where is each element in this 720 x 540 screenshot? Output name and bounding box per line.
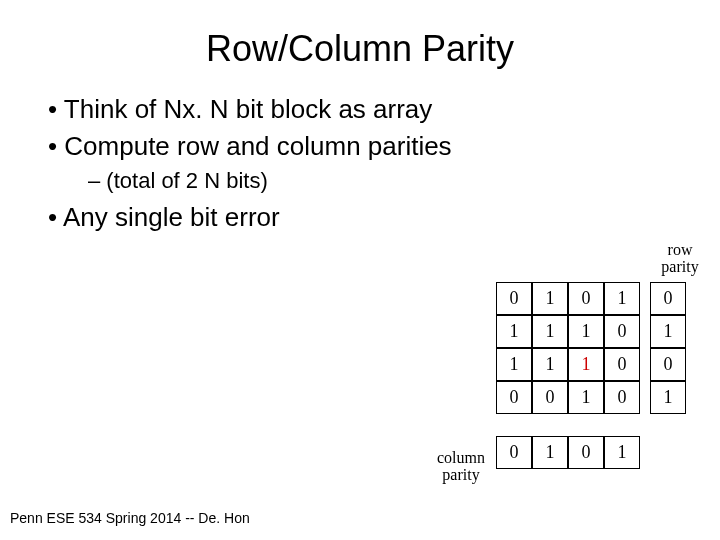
bullet-3: Any single bit error xyxy=(48,202,720,233)
table-row: 0 1 0 1 xyxy=(496,282,640,315)
bullet-list: Think of Nx. N bit block as array Comput… xyxy=(48,94,720,233)
cell: 1 xyxy=(532,436,568,469)
row-parity-label: row parity xyxy=(654,242,706,276)
cell: 1 xyxy=(568,315,604,348)
cell: 0 xyxy=(650,348,686,381)
cell: 0 xyxy=(604,315,640,348)
col-parity-label-1: column xyxy=(437,449,485,466)
cell: 0 xyxy=(532,381,568,414)
row-parity-label-1: row xyxy=(668,241,693,258)
cell: 0 xyxy=(568,436,604,469)
cell: 0 xyxy=(496,282,532,315)
cell: 1 xyxy=(532,282,568,315)
table-row: 0 0 1 0 xyxy=(496,381,640,414)
cell: 0 xyxy=(568,282,604,315)
cell: 0 xyxy=(496,381,532,414)
table-row: 1 1 1 0 xyxy=(496,348,640,381)
cell: 0 xyxy=(496,436,532,469)
row-parity-label-2: parity xyxy=(661,258,698,275)
cell: 1 xyxy=(568,381,604,414)
cell: 1 xyxy=(496,315,532,348)
cell: 0 xyxy=(604,381,640,414)
col-parity-label: column parity xyxy=(431,450,491,484)
table-row: 1 1 1 0 xyxy=(496,315,640,348)
cell: 1 xyxy=(532,315,568,348)
bullet-1: Think of Nx. N bit block as array xyxy=(48,94,720,125)
bit-grid: 0 1 0 1 1 1 1 0 1 1 1 0 0 0 1 0 xyxy=(496,282,640,414)
sub-bullet: (total of 2 N bits) xyxy=(88,168,720,194)
cell: 1 xyxy=(532,348,568,381)
page-title: Row/Column Parity xyxy=(0,28,720,70)
col-parity-label-2: parity xyxy=(442,466,479,483)
cell: 0 xyxy=(650,282,686,315)
bullet-2: Compute row and column parities xyxy=(48,131,720,162)
cell: 1 xyxy=(604,436,640,469)
col-parity-row: 0 1 0 1 xyxy=(496,436,640,469)
cell: 1 xyxy=(604,282,640,315)
cell: 0 xyxy=(604,348,640,381)
cell: 1 xyxy=(650,381,686,414)
cell: 1 xyxy=(650,315,686,348)
cell: 1 xyxy=(496,348,532,381)
row-parity-column: 0 1 0 1 xyxy=(650,282,686,414)
error-cell: 1 xyxy=(568,348,604,381)
footer-text: Penn ESE 534 Spring 2014 -- De. Hon xyxy=(10,510,250,526)
